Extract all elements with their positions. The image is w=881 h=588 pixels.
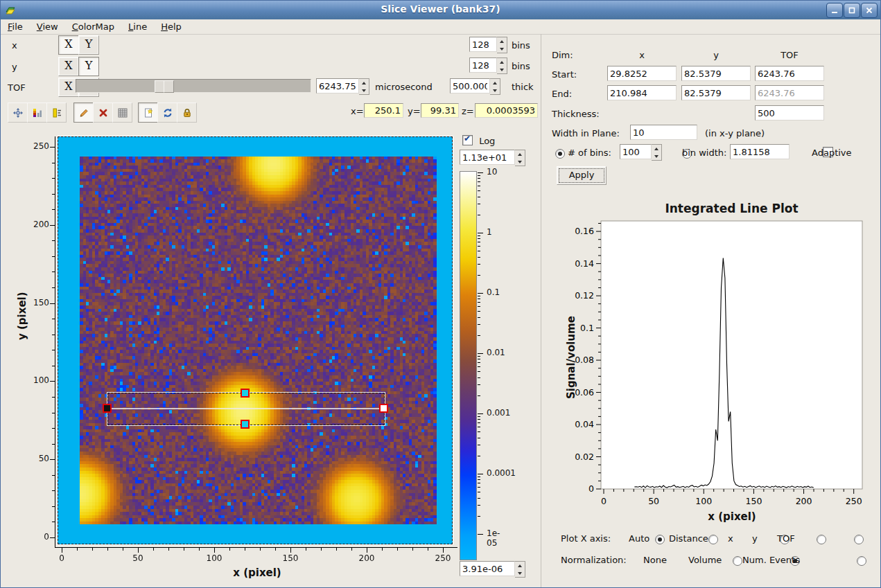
plot-x-tof-radio[interactable] [854, 535, 864, 544]
axis-tick [478, 479, 480, 480]
pencil-icon [78, 107, 89, 118]
tof-down[interactable] [359, 87, 369, 94]
overlay-button[interactable] [138, 103, 158, 123]
line-plot-title: Integrated Line Plot [601, 202, 862, 215]
snap-grid-button[interactable] [112, 103, 132, 123]
draw-line-button[interactable] [73, 103, 94, 123]
norm-none-radio[interactable] [733, 556, 742, 566]
thick-up[interactable] [490, 79, 500, 87]
cursor-z-label: z= [462, 106, 474, 116]
axis-tick [290, 548, 291, 553]
axis-tick [52, 428, 55, 429]
width-in-plane-input[interactable] [630, 125, 697, 140]
clear-line-button[interactable] [93, 103, 113, 123]
cbmax-down[interactable] [515, 158, 525, 166]
cursor-z-value: 0.0003593 [475, 103, 538, 118]
end-y-input[interactable] [681, 85, 751, 100]
start-x-input[interactable] [607, 66, 677, 81]
title-bar[interactable]: Slice Viewer (bank37) [1, 1, 880, 20]
slice-image-plot[interactable] [58, 136, 453, 544]
plot-x-y-radio[interactable] [817, 535, 826, 544]
plot-x-distance-radio[interactable] [708, 535, 718, 544]
x-bins-input[interactable] [469, 37, 497, 52]
cbmin-up[interactable] [515, 562, 525, 569]
plot-x-axis-label: Plot X axis: [561, 533, 611, 544]
axis-tick [321, 548, 322, 551]
y-bins-up[interactable] [497, 58, 507, 66]
axis-tick [245, 548, 245, 551]
dim-x-as-y-button[interactable]: Y [78, 35, 99, 55]
axis-tick [478, 235, 480, 236]
axis-tick [52, 319, 55, 319]
axis-tick [52, 522, 55, 522]
tof-thick-input[interactable] [450, 78, 490, 93]
axis-tick-label: 0 [21, 532, 49, 542]
maximize-button[interactable] [844, 3, 860, 18]
tof-value-input[interactable] [316, 78, 359, 93]
thickness-input[interactable] [755, 105, 824, 121]
grid-icon [117, 107, 128, 118]
menu-view[interactable]: View [30, 20, 65, 33]
log-checkbox[interactable] [462, 135, 473, 145]
plot-x-auto-radio[interactable] [655, 535, 665, 544]
thick-down[interactable] [490, 87, 500, 94]
tof-up[interactable] [359, 79, 369, 87]
apply-button[interactable]: Apply [557, 166, 607, 185]
num-bins-radio[interactable] [555, 149, 565, 159]
bin-width-input[interactable] [730, 144, 790, 159]
line-selection-line[interactable] [107, 408, 384, 409]
colorbar-max-input[interactable] [460, 150, 515, 165]
x-bins-suffix: bins [512, 40, 530, 51]
tof-thick-suffix: thick [512, 82, 534, 92]
bins-up[interactable] [652, 145, 661, 152]
axis-tick [50, 225, 55, 226]
end-label: End: [552, 89, 572, 99]
line-start-handle[interactable] [103, 404, 112, 413]
axis-tick [478, 395, 480, 396]
axis-tick [478, 516, 480, 517]
end-x-input[interactable] [607, 85, 677, 100]
line-width-top-handle[interactable] [241, 389, 250, 398]
lock-button[interactable] [177, 103, 197, 123]
range-button[interactable] [46, 103, 67, 123]
bins-down[interactable] [652, 152, 661, 160]
start-y-input[interactable] [681, 66, 751, 81]
norm-events-radio[interactable] [857, 556, 866, 566]
x-bins-up[interactable] [497, 37, 507, 45]
y-bins-down[interactable] [497, 66, 507, 73]
dim-x-as-x-button[interactable]: X [58, 35, 79, 55]
axis-tick-label: 250 [429, 553, 457, 563]
refresh-button[interactable] [157, 103, 177, 123]
dim-y-as-x-button[interactable]: X [58, 57, 79, 76]
line-width-bottom-handle[interactable] [241, 420, 250, 429]
colormap-scale-button[interactable] [27, 103, 47, 123]
integrated-line-plot[interactable]: 05010015020025000.020.040.060.080.10.120… [555, 215, 874, 526]
start-label: Start: [552, 69, 577, 80]
pan-button[interactable] [8, 103, 28, 123]
minimize-button[interactable] [826, 3, 843, 18]
tof-slider[interactable] [76, 79, 311, 93]
axis-tick [382, 548, 383, 551]
axis-tick [478, 505, 480, 506]
dim-tof-label: TOF [8, 82, 26, 93]
axis-tick [478, 384, 480, 385]
menu-help[interactable]: Help [154, 20, 189, 33]
cbmin-down[interactable] [515, 569, 525, 577]
menu-file[interactable]: File [1, 20, 30, 33]
x-bins-down[interactable] [497, 45, 507, 53]
line-end-handle[interactable] [379, 404, 388, 413]
colorbar-gradient[interactable] [460, 171, 477, 560]
tof-slider-handle2[interactable] [164, 80, 174, 93]
colorbar-min-input[interactable] [460, 561, 515, 576]
cbmax-up[interactable] [515, 150, 525, 158]
y-bins-input[interactable] [469, 57, 497, 73]
dim-y-as-y-button[interactable]: Y [78, 57, 99, 76]
heatmap-canvas[interactable] [58, 137, 452, 544]
num-bins-input[interactable] [620, 144, 652, 159]
axis-tick [52, 475, 55, 476]
menu-line[interactable]: Line [121, 20, 154, 33]
image-y-axis-spine [55, 136, 55, 548]
menu-colormap[interactable]: ColorMap [65, 20, 121, 33]
close-button[interactable] [861, 3, 878, 18]
start-tof-input[interactable] [755, 66, 824, 81]
